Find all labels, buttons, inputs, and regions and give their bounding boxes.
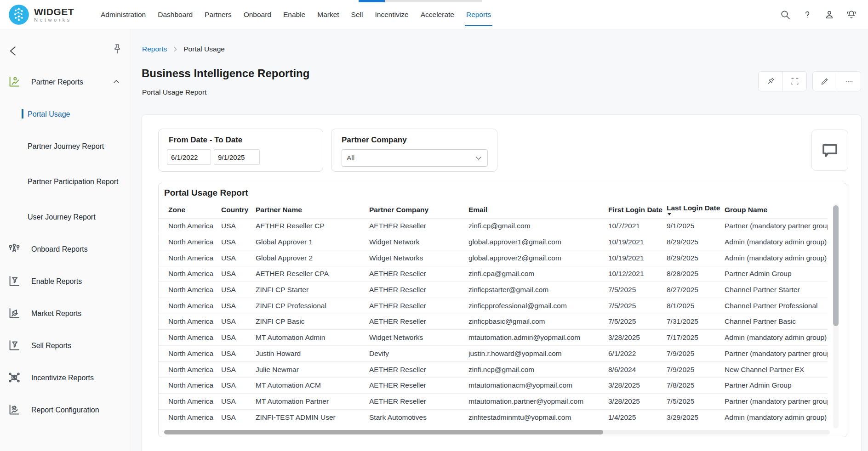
sidebar-item-label: Enable Reports bbox=[31, 276, 96, 286]
nav-item-dashboard[interactable]: Dashboard bbox=[152, 0, 199, 29]
cell-country: USA bbox=[221, 250, 256, 266]
sidebar-subitem-partner-journey-report[interactable]: Partner Journey Report bbox=[0, 130, 131, 162]
breadcrumb-reports-link[interactable]: Reports bbox=[142, 45, 167, 53]
sidebar-item-onboard-reports[interactable]: Onboard Reports bbox=[0, 233, 131, 265]
cell-group-name: Partner (mandatory partner group bbox=[725, 218, 828, 234]
brand-name: WIDGET bbox=[34, 7, 74, 17]
cell-first-login-date: 7/5/2025 bbox=[608, 298, 667, 314]
sidebar-collapse-button[interactable] bbox=[6, 44, 20, 58]
cell-country: USA bbox=[221, 394, 256, 410]
cell-last-login-date: 8/28/2025 bbox=[667, 266, 725, 282]
cell-country: USA bbox=[221, 298, 256, 314]
notifications-icon[interactable] bbox=[846, 9, 857, 20]
sidebar-item-partner-reports[interactable]: Partner Reports bbox=[0, 66, 131, 98]
top-header: WIDGET Networks AdministrationDashboardP… bbox=[0, 0, 868, 29]
nav-item-sell[interactable]: Sell bbox=[345, 0, 369, 29]
table-vertical-scrollbar[interactable] bbox=[833, 203, 839, 428]
sidebar: Partner ReportsPortal UsagePartner Journ… bbox=[0, 29, 131, 451]
sidebar-item-market-reports[interactable]: Market Reports bbox=[0, 297, 131, 329]
vertical-scrollbar-thumb[interactable] bbox=[833, 205, 839, 326]
edit-report-button[interactable] bbox=[813, 72, 837, 91]
to-date-input[interactable] bbox=[214, 149, 260, 165]
sidebar-subitem-user-journey-report[interactable]: User Journey Report bbox=[0, 201, 131, 233]
from-date-input[interactable] bbox=[167, 149, 211, 165]
cell-email: zinficpstarter@gmail.com bbox=[468, 282, 608, 298]
incentivize-reports-icon bbox=[7, 371, 21, 384]
top-horizontal-scrollbar[interactable] bbox=[359, 0, 482, 2]
column-header-zone[interactable]: Zone bbox=[159, 202, 221, 218]
column-header-country[interactable]: Country bbox=[221, 202, 256, 218]
cell-last-login-date: 8/29/2025 bbox=[667, 234, 725, 250]
brand-subname: Networks bbox=[34, 17, 74, 23]
cell-first-login-date: 1/4/2025 bbox=[608, 409, 667, 425]
cell-first-login-date: 8/6/2024 bbox=[608, 361, 667, 378]
cell-group-name: Admin (mandatory admin group) bbox=[725, 330, 828, 346]
column-header-label: Last Login Date bbox=[667, 204, 725, 212]
horizontal-scrollbar-thumb[interactable] bbox=[164, 430, 603, 434]
more-icon bbox=[845, 77, 854, 86]
cell-email: mtautomation.partner@yopmail.com bbox=[468, 394, 608, 410]
column-header-partner-name[interactable]: Partner Name bbox=[256, 202, 369, 218]
cell-country: USA bbox=[221, 218, 256, 234]
nav-item-incentivize[interactable]: Incentivize bbox=[369, 0, 414, 29]
column-header-email[interactable]: Email bbox=[468, 202, 608, 218]
cell-last-login-date: 8/29/2025 bbox=[667, 250, 725, 266]
column-header-group-name[interactable]: Group Name bbox=[725, 202, 828, 218]
table-row: North AmericaUSAZINFI CP BasicAETHER Res… bbox=[159, 314, 828, 330]
table-row: North AmericaUSAMT Automation AdminWidge… bbox=[159, 330, 828, 346]
sidebar-item-incentivize-reports[interactable]: Incentivize Reports bbox=[0, 361, 131, 394]
nav-item-enable[interactable]: Enable bbox=[277, 0, 311, 29]
sort-desc-icon bbox=[668, 213, 671, 215]
chevron-up-icon[interactable] bbox=[112, 77, 121, 86]
more-options-button[interactable] bbox=[837, 72, 861, 91]
search-icon[interactable] bbox=[780, 9, 791, 20]
nav-item-accelerate[interactable]: Accelerate bbox=[415, 0, 460, 29]
cell-partner-name: ZINFI CP Starter bbox=[256, 282, 369, 298]
sidebar-subitem-portal-usage[interactable]: Portal Usage bbox=[0, 98, 131, 130]
cell-zone: North America bbox=[159, 314, 221, 330]
user-icon[interactable] bbox=[824, 9, 835, 20]
cell-email: zinfitestadminmtu@yopmail.com bbox=[468, 409, 608, 425]
table-row: North AmericaUSAMT Automation PartnerAET… bbox=[159, 394, 828, 410]
column-header-partner-company[interactable]: Partner Company bbox=[369, 202, 468, 218]
sidebar-pin-icon[interactable] bbox=[111, 43, 123, 55]
cell-last-login-date: 7/5/2025 bbox=[667, 394, 725, 410]
cell-zone: North America bbox=[159, 218, 221, 234]
report-toolbar bbox=[758, 71, 861, 91]
nav-item-reports[interactable]: Reports bbox=[460, 0, 497, 29]
pin-icon bbox=[764, 75, 777, 88]
nav-item-market[interactable]: Market bbox=[311, 0, 345, 29]
cell-email: justin.r.howard@yopmail.com bbox=[468, 346, 608, 362]
nav-item-administration[interactable]: Administration bbox=[95, 0, 152, 29]
nav-item-onboard[interactable]: Onboard bbox=[238, 0, 277, 29]
table-horizontal-scrollbar[interactable] bbox=[164, 430, 830, 434]
sidebar-item-report-configuration[interactable]: Report Configuration bbox=[0, 394, 131, 426]
cell-partner-company: AETHER Reseller bbox=[369, 394, 468, 410]
cell-last-login-date: 8/1/2025 bbox=[667, 298, 725, 314]
fullscreen-button[interactable] bbox=[782, 72, 806, 91]
sidebar-item-enable-reports[interactable]: Enable Reports bbox=[0, 265, 131, 297]
cell-email: zinficpprofessional@gmail.com bbox=[468, 298, 608, 314]
top-scrollbar-thumb[interactable] bbox=[359, 0, 385, 2]
cell-group-name: Admin (mandatory admin group) bbox=[725, 409, 828, 425]
help-icon[interactable] bbox=[802, 9, 813, 20]
column-header-first-login-date[interactable]: First Login Date bbox=[608, 202, 667, 218]
cell-partner-name: MT Automation Admin bbox=[256, 330, 369, 346]
cell-last-login-date: 8/27/2025 bbox=[667, 282, 725, 298]
comments-button[interactable] bbox=[811, 130, 848, 171]
brand-logo[interactable]: WIDGET Networks bbox=[8, 4, 74, 25]
onboard-reports-icon bbox=[7, 242, 21, 256]
sidebar-subitem-partner-participation-report[interactable]: Partner Participation Report bbox=[0, 162, 131, 201]
cell-last-login-date: 7/8/2025 bbox=[667, 378, 725, 394]
cell-country: USA bbox=[221, 361, 256, 378]
sidebar-item-label: Incentivize Reports bbox=[31, 373, 108, 383]
sidebar-item-sell-reports[interactable]: Sell Reports bbox=[0, 329, 131, 361]
table-row: North AmericaUSAZINFI-TEST ADMIN UserSta… bbox=[159, 409, 828, 425]
table-row: North AmericaUSAGlobal Approver 2Widget … bbox=[159, 250, 828, 266]
column-header-last-login-date[interactable]: Last Login Date bbox=[667, 202, 725, 218]
comment-icon bbox=[820, 141, 839, 160]
nav-item-partners[interactable]: Partners bbox=[199, 0, 238, 29]
partner-company-select[interactable]: All bbox=[342, 149, 488, 167]
pin-report-button[interactable] bbox=[759, 72, 782, 91]
sidebar-item-label: Onboard Reports bbox=[31, 244, 102, 254]
